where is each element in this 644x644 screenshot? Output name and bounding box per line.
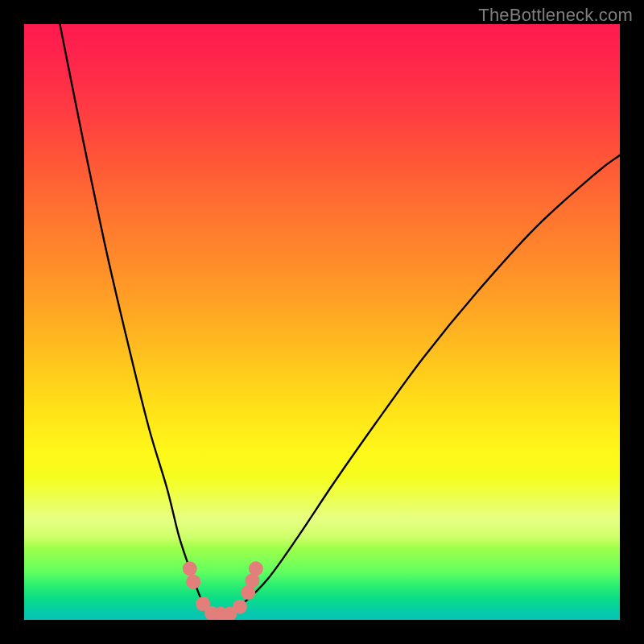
- valley-marker: [249, 561, 263, 576]
- valley-markers: [183, 561, 263, 620]
- valley-marker: [233, 600, 247, 614]
- left-curve: [60, 24, 233, 615]
- curves-svg: [24, 24, 620, 620]
- right-curve: [208, 155, 620, 615]
- chart-frame: TheBottleneck.com: [0, 0, 644, 644]
- valley-marker: [183, 561, 197, 576]
- watermark-text: TheBottleneck.com: [478, 5, 633, 26]
- valley-marker: [186, 575, 200, 589]
- plot-area: [24, 24, 620, 620]
